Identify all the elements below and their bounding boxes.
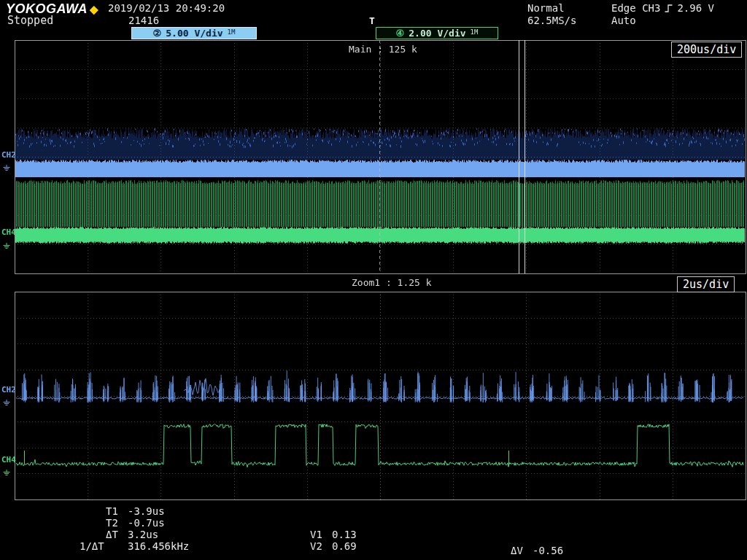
ch2-zoom-ground-icon xyxy=(2,395,11,402)
trigger-level: 2.96 V xyxy=(677,2,714,14)
ch4-zoom-ground-icon xyxy=(2,465,11,472)
zoom-timebase: 2us/div xyxy=(677,276,735,292)
measurement-dv-value: -0.56 xyxy=(533,545,563,556)
ch4-badge-number: ④ xyxy=(396,28,405,39)
measurement-v1-label: V1 xyxy=(310,529,332,540)
measurement-t1-label: T1 xyxy=(106,505,128,517)
ch2-badge-scale: 5.00 V/div xyxy=(166,28,222,39)
measurement-t2-value: -0.7us xyxy=(128,517,165,529)
measurement-v1-value: 0.13 xyxy=(332,529,357,540)
ch4-badge-scale: 2.00 V/div xyxy=(409,28,465,39)
measurement-v2-value: 0.69 xyxy=(332,540,357,552)
main-view-title: Main : 125 k xyxy=(349,44,417,55)
measurement-inv-dt-value: 316.456kHz xyxy=(128,540,189,552)
main-timebase: 200us/div xyxy=(671,42,742,58)
edge-trigger-icon xyxy=(664,4,673,13)
run-status: Stopped xyxy=(7,14,53,27)
measurement-t1: T1-3.9us xyxy=(106,505,165,517)
trigger-mode: Auto xyxy=(611,15,636,26)
trigger-info: Edge CH3 2.96 V xyxy=(611,2,714,14)
ch4-badge-impedance: 1M xyxy=(471,28,479,36)
ch2-badge-number: ② xyxy=(153,28,162,39)
trigger-type: Edge CH3 xyxy=(611,2,660,14)
ch4-badge[interactable]: ④ 2.00 V/div 1M xyxy=(376,27,498,39)
ch4-label-zoom: CH4 xyxy=(1,455,16,464)
sample-rate: 62.5MS/s xyxy=(527,15,576,26)
datetime-display: 2019/02/13 20:49:20 xyxy=(108,2,225,14)
measurement-dt-label: ΔT xyxy=(106,529,128,540)
measurement-dv: ΔV-0.56 xyxy=(511,545,563,556)
measurement-inv-dt: 1/ΔT316.456kHz xyxy=(80,540,189,552)
measurement-t2-label: T2 xyxy=(106,517,128,529)
record-number: 21416 xyxy=(128,15,159,26)
zoom-view-title: Zoom1 : 1.25 k xyxy=(352,277,432,288)
measurement-t1-value: -3.9us xyxy=(128,505,165,517)
measurement-t2: T2-0.7us xyxy=(106,517,165,529)
ch2-label-main: CH2 xyxy=(1,150,16,160)
measurement-v1: V10.13 xyxy=(310,529,357,540)
ch2-ground-icon xyxy=(2,160,11,167)
brand-diamond-icon: ◆ xyxy=(90,3,98,15)
measurement-v2-label: V2 xyxy=(310,540,332,552)
measurement-inv-dt-label: 1/ΔT xyxy=(80,540,128,552)
trigger-position-marker: T xyxy=(369,15,375,26)
ch4-ground-icon xyxy=(2,238,11,245)
measurement-dt: ΔT3.2us xyxy=(106,529,158,540)
measurement-dv-label: ΔV xyxy=(511,545,533,556)
measurement-dt-value: 3.2us xyxy=(128,529,158,540)
acquisition-mode: Normal xyxy=(527,2,565,14)
ch2-badge-impedance: 1M xyxy=(228,28,236,36)
ch2-label-zoom: CH2 xyxy=(1,385,16,394)
oscilloscope-screen: YOKOGAWA◆ Stopped 2019/02/13 20:49:20 21… xyxy=(0,0,747,560)
ch4-label-main: CH4 xyxy=(1,228,16,237)
measurement-v2: V20.69 xyxy=(310,540,357,552)
ch2-badge[interactable]: ② 5.00 V/div 1M xyxy=(131,27,257,39)
